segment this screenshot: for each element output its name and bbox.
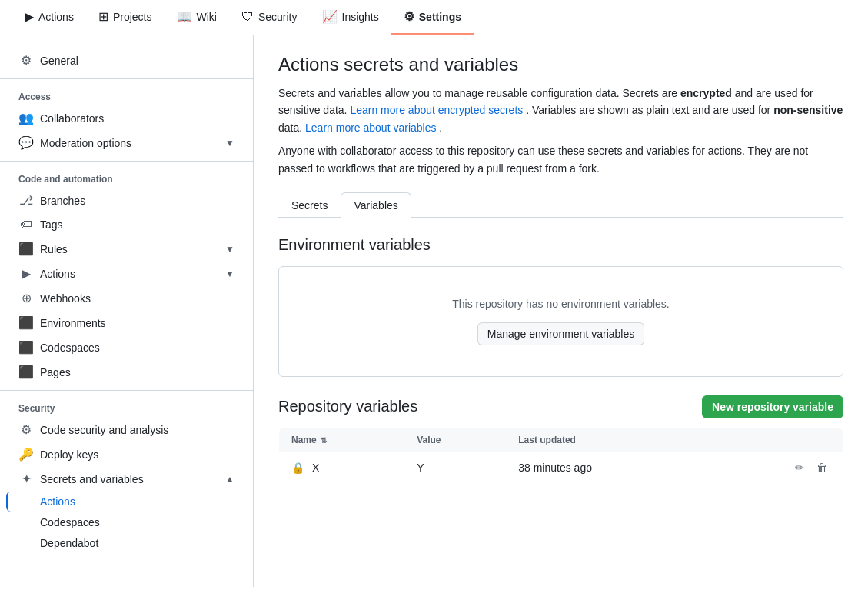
env-empty-box: This repository has no environment varia… <box>278 266 843 377</box>
nav-settings[interactable]: ⚙ Settings <box>391 0 474 35</box>
sidebar-item-pages[interactable]: ⬛ Pages <box>6 360 247 384</box>
webhooks-icon: ⊕ <box>18 291 34 305</box>
col-name-label: Name <box>291 435 317 445</box>
sidebar-item-actions[interactable]: ▶ Actions ▼ <box>6 262 247 285</box>
repo-section: Repository variables New repository vari… <box>278 395 843 484</box>
sidebar-code-security-label: Code security and analysis <box>40 424 168 436</box>
sidebar-sub-item-actions[interactable]: Actions <box>6 492 247 512</box>
sidebar-item-branches[interactable]: ⎇ Branches <box>6 188 247 212</box>
delete-variable-button[interactable]: 🗑 <box>813 460 830 475</box>
sidebar-codespaces-label: Codespaces <box>40 342 100 354</box>
sidebar-secrets-vars-label: Secrets and variables <box>40 473 144 485</box>
sidebar-sub-item-codespaces[interactable]: Codespaces <box>6 512 247 532</box>
repo-var-header: Repository variables New repository vari… <box>278 395 843 418</box>
main-content: Actions secrets and variables Secrets an… <box>254 35 868 587</box>
new-repo-variable-button[interactable]: New repository variable <box>702 395 843 418</box>
col-value-header: Value <box>404 428 506 452</box>
nav-settings-label: Settings <box>419 11 461 23</box>
rules-icon: ⬛ <box>18 242 34 256</box>
sidebar-moderation-label: Moderation options <box>40 137 131 149</box>
nav-projects[interactable]: ⊞ Projects <box>86 0 165 35</box>
sidebar-sub-item-dependabot[interactable]: Dependabot <box>6 533 247 553</box>
sidebar-general-label: General <box>40 55 78 67</box>
tabs-container: Secrets Variables <box>278 192 843 218</box>
insights-icon: 📈 <box>322 9 338 24</box>
sidebar-divider-access <box>0 78 253 79</box>
desc1-text: Secrets and variables allow you to manag… <box>278 87 677 99</box>
learn-secrets-link[interactable]: Learn more about encrypted secrets <box>350 104 523 116</box>
env-empty-text: This repository has no environment varia… <box>452 298 669 310</box>
sidebar-item-collaborators[interactable]: 👥 Collaborators <box>6 106 247 130</box>
edit-variable-button[interactable]: ✏ <box>792 460 807 475</box>
encrypted-bold: encrypted <box>680 87 732 99</box>
env-section-title: Environment variables <box>278 236 843 254</box>
nav-actions[interactable]: ▶ Actions <box>12 0 86 35</box>
desc4-text: data. <box>278 122 302 134</box>
sidebar-branches-label: Branches <box>40 195 85 207</box>
pages-icon: ⬛ <box>18 365 34 379</box>
sidebar-tags-label: Tags <box>40 218 63 231</box>
nav-wiki-label: Wiki <box>197 11 217 23</box>
nav-security-label: Security <box>258 11 298 23</box>
row-last-updated-text: 38 minutes ago <box>518 462 592 474</box>
nav-insights[interactable]: 📈 Insights <box>310 0 391 35</box>
sidebar-item-environments[interactable]: ⬛ Environments <box>6 311 247 335</box>
secrets-vars-chevron: ▲ <box>225 474 234 485</box>
environments-icon: ⬛ <box>18 315 34 330</box>
projects-icon: ⊞ <box>98 9 108 24</box>
sidebar-item-codespaces[interactable]: ⬛ Codespaces <box>6 335 247 359</box>
sidebar-rules-label: Rules <box>40 243 68 255</box>
row-action-buttons: ✏ 🗑 <box>723 460 831 475</box>
row-actions-cell: ✏ 🗑 <box>711 452 843 483</box>
col-actions-header <box>711 428 843 452</box>
description-line1: Secrets and variables allow you to manag… <box>278 85 843 136</box>
top-navigation: ▶ Actions ⊞ Projects 📖 Wiki 🛡 Security 📈… <box>0 0 868 35</box>
sidebar-item-tags[interactable]: 🏷 Tags <box>6 213 247 236</box>
collaborators-icon: 👥 <box>18 111 34 125</box>
rules-chevron: ▼ <box>225 244 234 255</box>
branches-icon: ⎇ <box>18 193 34 208</box>
wiki-icon: 📖 <box>177 9 192 24</box>
sidebar-divider-security <box>0 390 253 391</box>
sidebar-item-code-security[interactable]: ⚙ Code security and analysis <box>6 418 247 442</box>
nav-actions-label: Actions <box>38 11 74 23</box>
sidebar-item-secrets-variables[interactable]: ✦ Secrets and variables ▲ <box>6 467 247 491</box>
env-section: Environment variables This repository ha… <box>278 236 843 377</box>
actions-chevron: ▼ <box>225 268 234 279</box>
sidebar-item-rules[interactable]: ⬛ Rules ▼ <box>6 237 247 261</box>
settings-icon: ⚙ <box>404 9 414 24</box>
tab-secrets[interactable]: Secrets <box>278 192 341 218</box>
tab-variables[interactable]: Variables <box>341 192 411 218</box>
deploy-keys-icon: 🔑 <box>18 447 34 462</box>
table-header-row: Name ⇅ Value Last updated <box>279 428 843 452</box>
sidebar-divider-code <box>0 161 253 162</box>
sidebar-sub-actions-label: Actions <box>40 495 75 508</box>
repo-variables-table: Name ⇅ Value Last updated 🔒 X <box>278 428 843 484</box>
actions-left: ▶ Actions <box>18 266 75 281</box>
sidebar-item-deploy-keys[interactable]: 🔑 Deploy keys <box>6 442 247 466</box>
manage-env-vars-button[interactable]: Manage environment variables <box>477 322 644 345</box>
sidebar-access-label: Access <box>0 85 253 105</box>
general-icon: ⚙ <box>18 53 34 68</box>
sidebar-webhooks-label: Webhooks <box>40 292 91 305</box>
code-security-icon: ⚙ <box>18 422 34 437</box>
repo-section-title: Repository variables <box>278 398 417 415</box>
main-layout: ⚙ General Access 👥 Collaborators 💬 Moder… <box>0 35 868 587</box>
nav-projects-label: Projects <box>113 11 152 23</box>
codespaces-icon: ⬛ <box>18 340 34 355</box>
sort-icon[interactable]: ⇅ <box>321 436 327 445</box>
learn-vars-link[interactable]: Learn more about variables <box>305 122 436 134</box>
moderation-icon: 💬 <box>18 135 34 150</box>
sidebar-item-general[interactable]: ⚙ General <box>6 48 247 72</box>
nav-security[interactable]: 🛡 Security <box>229 1 310 35</box>
non-sensitive-bold: non-sensitive <box>773 104 843 116</box>
row-value-text: Y <box>417 462 424 474</box>
nav-wiki[interactable]: 📖 Wiki <box>165 0 229 35</box>
sidebar-environments-label: Environments <box>40 317 106 329</box>
nav-insights-label: Insights <box>342 11 379 23</box>
table-body: 🔒 X Y 38 minutes ago ✏ 🗑 <box>279 452 843 483</box>
col-last-updated-header: Last updated <box>506 428 710 452</box>
sidebar-collaborators-label: Collaborators <box>40 112 104 125</box>
sidebar-item-webhooks[interactable]: ⊕ Webhooks <box>6 286 247 310</box>
sidebar-item-moderation[interactable]: 💬 Moderation options ▼ <box>6 131 247 155</box>
